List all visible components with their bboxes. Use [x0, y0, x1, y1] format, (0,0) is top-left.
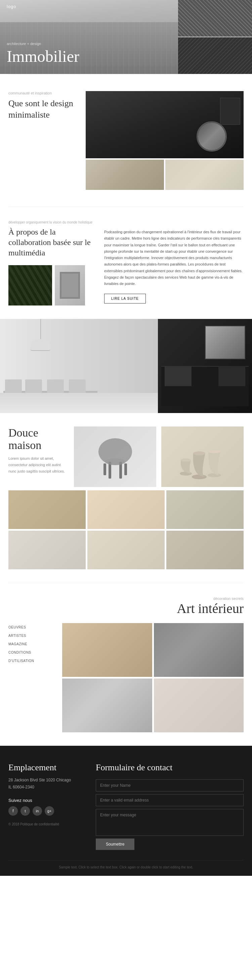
grid-item-2 [87, 490, 165, 529]
social-facebook-icon[interactable]: f [8, 806, 18, 816]
svg-point-5 [105, 458, 125, 465]
art-image-1 [62, 623, 152, 677]
hero-subtitle: architecture + design [7, 42, 79, 46]
art-image-4 [154, 679, 244, 732]
section3-subtitle: développer organiquement la vision du mo… [8, 221, 96, 224]
svg-rect-4 [124, 463, 127, 475]
section3-title: À propos de la collaboration basée sur l… [8, 227, 96, 258]
grid-item-3 [166, 490, 244, 529]
art-interieur-section: décoration secrets Art intérieur OEUVRES… [0, 583, 252, 746]
art-title: Art intérieur [8, 601, 244, 616]
footer-form-title: Formulaire de contact [96, 762, 244, 773]
section2-title: Que sont le design minimaliste [8, 98, 79, 121]
footer-address-1: 28 Jackson Blvd Ste 1020 Chicago [8, 777, 82, 784]
art-subtitle: décoration secrets [8, 597, 244, 601]
hero-section: logo architecture + design Immobilier [0, 0, 252, 74]
svg-point-11 [209, 450, 220, 453]
social-linkedin-icon[interactable]: g+ [45, 806, 54, 816]
footer-location-title: Emplacement [8, 762, 82, 773]
footer: Emplacement 28 Jackson Blvd Ste 1020 Chi… [0, 746, 252, 876]
collaboration-section: développer organiquement la vision du mo… [0, 207, 252, 319]
art-image-2 [154, 623, 244, 677]
art-link-4[interactable]: CONDITIONS D'UTILISATION [8, 648, 55, 665]
interior-fullwidth [0, 319, 252, 413]
social-twitter-icon[interactable]: t [21, 806, 30, 816]
svg-point-10 [208, 473, 221, 477]
form-name-input[interactable] [96, 780, 244, 791]
footer-copyright: © 2018 Politique de confidentialité [8, 822, 82, 826]
douce-maison-text: Lorem ipsum dolor sit amet, consectetur … [8, 455, 69, 474]
minimalist-section: communauté et inspiration Que sont le de… [0, 74, 252, 207]
svg-point-9 [193, 451, 205, 455]
section3-body: Podcasting gestion du changement opérati… [104, 229, 244, 287]
art-link-2[interactable]: ARTISTES [8, 632, 55, 640]
social-instagram-icon[interactable]: in [33, 806, 42, 816]
read-more-button[interactable]: LIRE LA SUITE [104, 294, 146, 304]
art-link-1[interactable]: OEUVRES [8, 623, 55, 632]
form-message-input[interactable] [96, 809, 244, 836]
svg-point-7 [181, 458, 191, 462]
grid-item-4 [8, 531, 86, 569]
grid-item-5 [87, 531, 165, 569]
grid-item-6 [166, 531, 244, 569]
form-email-input[interactable] [96, 794, 244, 806]
hero-content: architecture + design Immobilier [7, 42, 79, 65]
logo[interactable]: logo [7, 4, 16, 9]
douce-maison-title: Douce maison [8, 426, 69, 452]
hero-title: Immobilier [7, 47, 79, 65]
section2-subtitle: communauté et inspiration [8, 91, 79, 95]
art-link-3[interactable]: MAGAZINE [8, 640, 55, 648]
footer-social-title: Suivez nous [8, 798, 82, 803]
footer-sample-text[interactable]: Sample text. Click to select the text bo… [8, 865, 244, 869]
svg-rect-3 [103, 463, 106, 475]
footer-address-2: IL 60604-2340 [8, 784, 82, 791]
art-image-3 [62, 679, 152, 732]
grid-item-1 [8, 490, 86, 529]
submit-button[interactable]: Soumettre [96, 838, 135, 850]
douce-maison-section: Douce maison Lorem ipsum dolor sit amet,… [0, 413, 252, 583]
